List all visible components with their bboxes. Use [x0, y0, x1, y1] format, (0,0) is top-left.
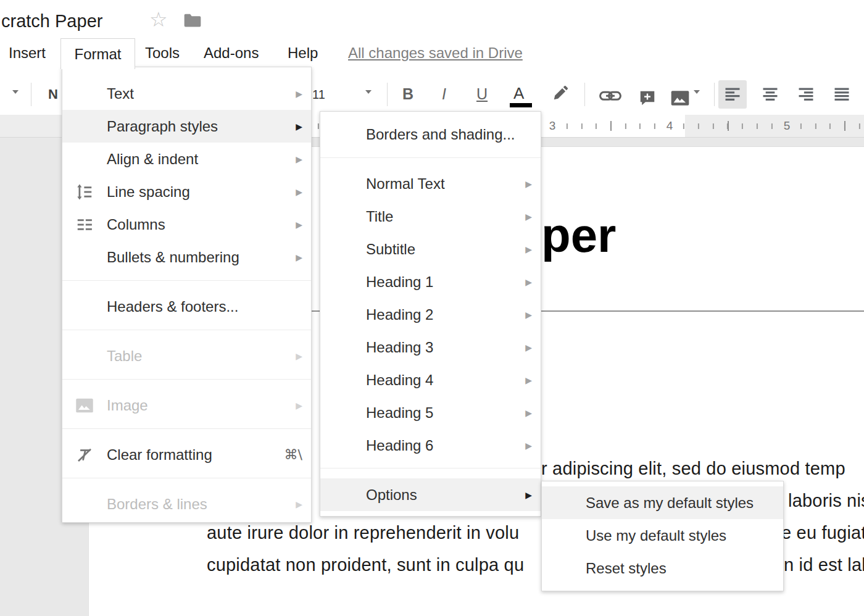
- submenu-arrow-icon: ▶: [296, 252, 302, 262]
- submenu-arrow-icon: ▶: [525, 212, 532, 222]
- format-menu-item-image: Image ▶: [62, 389, 311, 422]
- submenu-item-heading-6[interactable]: Heading 6 ▶: [320, 429, 541, 462]
- submenu-arrow-icon: ▶: [296, 351, 302, 361]
- format-menu-item-paragraph-styles[interactable]: Paragraph styles ▶: [62, 110, 311, 143]
- submenu-item-save-default-styles[interactable]: Save as my default styles: [542, 486, 783, 519]
- bold-button[interactable]: B: [402, 85, 413, 103]
- body-text-line: n id est lab: [784, 555, 864, 575]
- format-menu-item-columns[interactable]: Columns ▶: [62, 208, 311, 241]
- insert-link-button[interactable]: [599, 88, 622, 106]
- highlight-color-button[interactable]: [551, 84, 570, 105]
- submenu-arrow-icon: ▶: [296, 89, 302, 99]
- align-left-button[interactable]: [718, 80, 747, 109]
- submenu-item-borders-shading[interactable]: Borders and shading...: [320, 117, 541, 152]
- toolbar-separator: [387, 83, 388, 106]
- submenu-item-heading-3[interactable]: Heading 3 ▶: [320, 331, 541, 364]
- menu-separator: [62, 330, 311, 330]
- submenu-arrow-icon: ▶: [525, 408, 532, 418]
- google-docs-window: per r adipiscing elit, sed do eiusmod te…: [0, 0, 864, 616]
- submenu-item-heading-2[interactable]: Heading 2 ▶: [320, 298, 541, 331]
- insert-image-caret-icon[interactable]: [694, 90, 700, 94]
- toolbar-overflow-caret-icon[interactable]: [12, 90, 19, 94]
- save-status-link[interactable]: All changes saved in Drive: [348, 44, 523, 62]
- justify-button[interactable]: [828, 80, 856, 109]
- text-color-button[interactable]: A: [513, 84, 524, 103]
- menu-separator: [62, 280, 311, 281]
- submenu-arrow-icon: ▶: [525, 179, 532, 189]
- menubar-item-help[interactable]: Help: [288, 44, 318, 62]
- format-menu-item-text[interactable]: Text ▶: [62, 77, 311, 110]
- ruler-half-tick: [844, 121, 845, 131]
- submenu-arrow-icon: ▶: [296, 220, 302, 230]
- insert-image-button[interactable]: [670, 90, 690, 109]
- star-icon[interactable]: ☆: [149, 9, 168, 30]
- submenu-arrow-icon: ▶: [296, 187, 302, 197]
- submenu-arrow-icon: ▶: [296, 122, 302, 131]
- body-text-line: cupidatat non proident, sunt in culpa qu: [207, 555, 524, 575]
- image-icon: [75, 396, 94, 415]
- submenu-arrow-icon: ▶: [525, 375, 532, 385]
- menubar-item-addons[interactable]: Add-ons: [204, 44, 259, 62]
- submenu-arrow-icon: ▶: [525, 244, 532, 254]
- menu-separator: [62, 428, 311, 429]
- document-title-text: per: [541, 207, 616, 264]
- align-center-button[interactable]: [756, 80, 784, 109]
- align-right-button[interactable]: [792, 80, 820, 109]
- body-text-line: e eu fugiat: [781, 523, 864, 543]
- submenu-item-subtitle[interactable]: Subtitle ▶: [320, 233, 541, 265]
- submenu-arrow-icon: ▶: [296, 154, 302, 164]
- ruler-half-tick: [728, 121, 729, 131]
- menu-separator: [62, 379, 311, 380]
- columns-icon: [75, 215, 94, 235]
- font-size-caret-icon[interactable]: [365, 90, 372, 94]
- menubar-item-format-active[interactable]: Format: [60, 38, 135, 69]
- ruler-half-tick: [610, 121, 612, 131]
- menu-separator: [320, 157, 541, 158]
- format-menu-item-align-indent[interactable]: Align & indent ▶: [62, 143, 311, 175]
- format-menu-item-bullets-numbering[interactable]: Bullets & numbering ▶: [62, 241, 311, 273]
- submenu-item-use-default-styles[interactable]: Use my default styles: [542, 519, 783, 552]
- toolbar-separator: [584, 83, 585, 106]
- body-text-line: laboris nis: [788, 491, 864, 511]
- submenu-item-heading-5[interactable]: Heading 5 ▶: [320, 396, 541, 429]
- body-text-line: r adipiscing elit, sed do eiusmod temp: [541, 459, 845, 479]
- paragraph-style-select[interactable]: N: [48, 86, 58, 102]
- submenu-item-options[interactable]: Options ▶: [320, 478, 541, 511]
- submenu-arrow-icon: ▶: [525, 441, 532, 451]
- underline-button[interactable]: U: [476, 85, 488, 103]
- format-menu: Text ▶ Paragraph styles ▶ Align & indent…: [62, 67, 312, 523]
- submenu-arrow-icon: ▶: [296, 499, 302, 509]
- menubar-item-tools[interactable]: Tools: [145, 44, 180, 62]
- ruler-number: 4: [663, 119, 677, 133]
- paragraph-styles-submenu: Borders and shading... Normal Text ▶ Tit…: [320, 111, 541, 517]
- submenu-item-normal-text[interactable]: Normal Text ▶: [320, 167, 541, 200]
- menubar-item-insert[interactable]: Insert: [9, 44, 46, 62]
- submenu-arrow-icon: ▶: [525, 490, 532, 500]
- clear-formatting-icon: [75, 445, 94, 465]
- font-size-select[interactable]: 11: [312, 88, 325, 102]
- format-menu-item-table: Table ▶: [62, 339, 311, 372]
- ruler-number: 5: [780, 119, 794, 133]
- folder-icon[interactable]: [183, 12, 202, 31]
- menu-separator: [320, 468, 541, 468]
- submenu-arrow-icon: ▶: [525, 277, 532, 287]
- format-menu-item-line-spacing[interactable]: Line spacing ▶: [62, 175, 311, 208]
- document-name[interactable]: cratch Paper: [1, 11, 102, 31]
- line-spacing-icon: [75, 182, 94, 202]
- text-color-swatch: [510, 103, 532, 107]
- submenu-item-title[interactable]: Title ▶: [320, 200, 541, 233]
- shortcut-label: ⌘\: [285, 447, 302, 462]
- toolbar-separator: [714, 83, 715, 106]
- menu-separator: [62, 478, 311, 478]
- italic-button[interactable]: I: [442, 85, 446, 103]
- body-text-line: aute irure dolor in reprehenderit in vol…: [207, 523, 519, 543]
- insert-comment-button[interactable]: [638, 89, 657, 110]
- submenu-item-heading-4[interactable]: Heading 4 ▶: [320, 364, 541, 396]
- submenu-item-heading-1[interactable]: Heading 1 ▶: [320, 265, 541, 298]
- format-menu-item-clear-formatting[interactable]: Clear formatting ⌘\: [62, 438, 311, 471]
- submenu-arrow-icon: ▶: [525, 343, 532, 352]
- options-submenu: Save as my default styles Use my default…: [541, 481, 784, 591]
- ruler-number: 3: [546, 119, 560, 133]
- format-menu-item-headers-footers[interactable]: Headers & footers...: [62, 290, 311, 323]
- submenu-item-reset-styles[interactable]: Reset styles: [542, 552, 783, 585]
